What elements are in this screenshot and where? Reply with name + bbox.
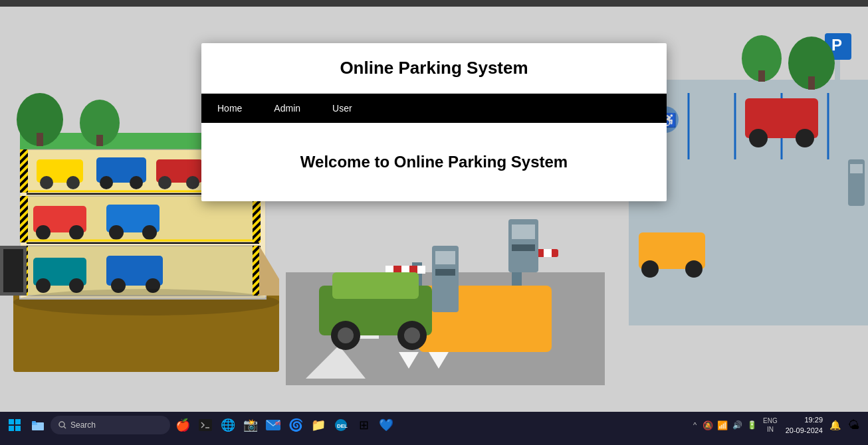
taskbar-terminal-icon[interactable] — [195, 415, 215, 435]
svg-rect-66 — [512, 224, 535, 239]
lang-text: ENG — [763, 416, 778, 425]
nav-user[interactable]: User — [316, 94, 368, 123]
notification-bell[interactable]: 🔔 — [828, 418, 841, 432]
lang-region: IN — [763, 425, 778, 434]
svg-marker-41 — [259, 246, 279, 296]
windows-logo-icon — [8, 418, 21, 432]
svg-rect-98 — [850, 164, 863, 173]
tray-notification-icon[interactable]: 🔕 — [702, 419, 714, 431]
svg-text:P: P — [831, 36, 842, 54]
tray-volume-icon[interactable]: 🔊 — [731, 419, 743, 431]
taskbar-mail-icon[interactable]: 99+ — [263, 415, 283, 435]
browser-chrome — [0, 0, 868, 7]
svg-point-71 — [338, 327, 354, 343]
svg-rect-44 — [3, 249, 23, 292]
terminal-icon — [199, 419, 212, 431]
svg-rect-96 — [758, 70, 765, 82]
svg-rect-105 — [32, 421, 36, 423]
svg-rect-102 — [15, 426, 21, 431]
app-title: Online Parking System — [340, 58, 528, 78]
svg-rect-67 — [512, 244, 535, 251]
language-indicator[interactable]: ENG IN — [760, 416, 780, 434]
tray-network-icon[interactable]: 📶 — [716, 419, 728, 431]
svg-point-15 — [158, 176, 171, 189]
nav-admin[interactable]: Admin — [258, 94, 316, 123]
welcome-text: Welcome to Online Parking System — [300, 153, 568, 171]
search-bar[interactable]: Search — [51, 416, 170, 434]
svg-point-10 — [66, 176, 80, 189]
svg-rect-19 — [20, 149, 28, 193]
svg-rect-30 — [20, 196, 28, 242]
taskbar-folder-icon[interactable]: 📁 — [308, 415, 328, 435]
app-header: Online Parking System — [201, 43, 667, 94]
svg-point-85 — [749, 129, 768, 147]
clock-display[interactable]: 19:29 20-09-2024 — [783, 414, 825, 436]
svg-point-42 — [13, 289, 279, 315]
svg-point-106 — [59, 422, 64, 427]
svg-rect-69 — [332, 272, 419, 299]
svg-text:DELL: DELL — [337, 423, 348, 429]
search-text: Search — [70, 420, 96, 430]
taskbar-chrome-icon[interactable]: 🌐 — [218, 415, 238, 435]
svg-rect-31 — [253, 196, 261, 242]
taskbar: Search 🍎 🌐 📸 99+ 🌀 📁 DELL — [0, 412, 868, 438]
svg-point-26 — [109, 225, 124, 240]
svg-point-13 — [130, 176, 143, 189]
taskbar-vscode-icon[interactable]: 💙 — [376, 415, 396, 435]
svg-point-24 — [69, 225, 84, 240]
svg-line-107 — [64, 426, 66, 428]
start-button[interactable] — [4, 414, 25, 436]
svg-rect-108 — [199, 419, 212, 431]
svg-point-9 — [40, 176, 53, 189]
svg-rect-54 — [435, 269, 455, 276]
dell-icon: DELL — [334, 418, 348, 432]
taskbar-dell-icon[interactable]: DELL — [331, 415, 351, 435]
svg-rect-64 — [544, 249, 552, 257]
svg-rect-59 — [417, 266, 425, 274]
taskbar-photos-icon[interactable]: 📸 — [241, 415, 261, 435]
svg-rect-53 — [435, 251, 455, 264]
file-explorer-icon — [31, 419, 45, 431]
svg-point-27 — [142, 225, 157, 240]
svg-rect-99 — [9, 419, 14, 424]
show-hidden-icons[interactable]: ^ — [691, 420, 699, 430]
svg-point-86 — [796, 129, 814, 147]
weather-icon[interactable]: 🌤 — [844, 415, 864, 435]
nav-home[interactable]: Home — [201, 94, 258, 123]
welcome-section: Welcome to Online Parking System — [201, 123, 667, 201]
svg-point-12 — [100, 176, 113, 189]
svg-rect-101 — [9, 426, 14, 431]
system-tray: ^ 🔕 📶 🔊 🔋 ENG IN 19:29 20-09-2024 🔔 🌤 — [691, 414, 864, 436]
clock-time: 19:29 — [804, 414, 823, 426]
taskbar-file-explorer[interactable] — [28, 415, 48, 435]
mail-icon: 99+ — [266, 420, 280, 430]
svg-point-73 — [404, 327, 420, 343]
svg-point-88 — [641, 260, 659, 278]
taskbar-edge-icon[interactable]: 🌀 — [286, 415, 306, 435]
search-icon — [58, 421, 66, 429]
svg-point-23 — [36, 225, 51, 240]
svg-rect-100 — [15, 419, 21, 424]
svg-point-34 — [36, 278, 51, 293]
svg-rect-6 — [96, 135, 103, 146]
svg-rect-4 — [37, 133, 43, 146]
app-navbar: Home Admin User — [201, 94, 667, 123]
tray-battery-icon[interactable]: 🔋 — [746, 419, 758, 431]
website-area: ♿ P Online Parking Sys — [0, 7, 868, 412]
svg-point-89 — [685, 260, 703, 278]
svg-text:99+: 99+ — [275, 420, 280, 426]
svg-point-16 — [186, 176, 199, 189]
clock-date: 20-09-2024 — [786, 425, 823, 436]
taskbar-fruit-icon[interactable]: 🍎 — [173, 415, 193, 435]
browser-window: ♿ P Online Parking Sys — [0, 0, 868, 445]
web-app-panel: Online Parking System Home Admin User We… — [201, 43, 667, 201]
svg-rect-94 — [808, 76, 815, 90]
taskbar-apps-icon[interactable]: ⊞ — [354, 415, 374, 435]
